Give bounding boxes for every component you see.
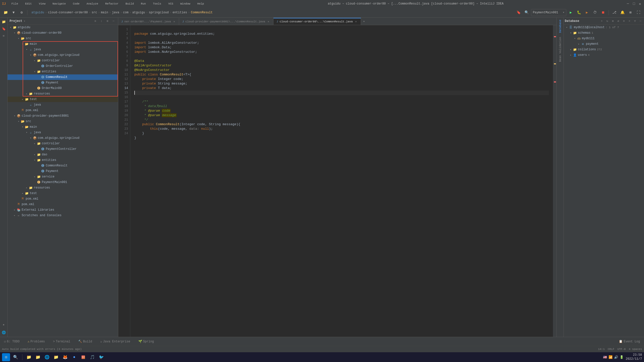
search-button[interactable]: 🔍 bbox=[523, 9, 530, 16]
close-button[interactable]: ✕ bbox=[638, 2, 642, 6]
db-terminal-button[interactable]: > bbox=[627, 19, 632, 24]
tree-item-controller-1[interactable]: ▸ 📁 controller bbox=[8, 58, 118, 63]
tree-item-java-test-1[interactable]: ▸ ☕ java bbox=[8, 102, 118, 108]
project-header-dropdown[interactable]: ▾ bbox=[24, 20, 25, 23]
tab-payment-java[interactable]: J ner-order80\...\Payment.java ✕ bbox=[118, 18, 179, 25]
stop-button[interactable]: ⏹ bbox=[599, 9, 607, 16]
taskbar-icon-2[interactable]: 📁 bbox=[34, 354, 42, 361]
breadcrumb-atguidu2[interactable]: atguigu bbox=[132, 11, 145, 14]
project-settings[interactable]: ⚙ bbox=[105, 19, 110, 24]
tab-more-button[interactable]: ▾ bbox=[361, 18, 367, 25]
tab-close-cr-consumer[interactable]: ✕ bbox=[354, 20, 358, 23]
menu-vcs[interactable]: VCS bbox=[167, 2, 175, 6]
tree-item-cloud-consumer[interactable]: ▾ 📦 cloud-consumer-order80 bbox=[8, 30, 118, 36]
taskbar-icon-5[interactable]: 🎵 bbox=[89, 354, 96, 361]
vtab-bean-validation[interactable]: Bean Validation bbox=[558, 35, 563, 64]
taskbar-time[interactable]: 23:58 2022/11/7 bbox=[626, 353, 642, 361]
tree-item-service[interactable]: ▸ 📁 service bbox=[8, 174, 118, 179]
tab-close-cr-provider[interactable]: ✕ bbox=[267, 20, 270, 23]
taskbar-icon-3[interactable]: 📁 bbox=[53, 354, 60, 361]
indent[interactable]: 4 spaces bbox=[629, 348, 642, 351]
tree-item-main-1[interactable]: ▾ 📂 main bbox=[8, 41, 118, 47]
tree-item-payment-2[interactable]: ▸ 🅒 Payment bbox=[8, 168, 118, 174]
db-properties-button[interactable]: ⚙ bbox=[610, 19, 615, 24]
tree-item-payment-1[interactable]: ▸ 🅒 Payment bbox=[8, 80, 118, 85]
tree-item-pom-1[interactable]: ▸ M pom.xml bbox=[8, 108, 118, 113]
run-config-selector[interactable]: PaymentMain001 ▾ bbox=[531, 9, 566, 16]
tree-item-entities-1[interactable]: ▾ 📁 entities bbox=[8, 69, 118, 74]
tree-item-pkg-1[interactable]: ▾ 📦 com.atguigu.springcloud bbox=[8, 52, 118, 58]
side-icon-structure[interactable]: ≡ bbox=[1, 33, 7, 39]
settings-button[interactable]: ⚙ bbox=[18, 9, 25, 16]
side-icon-web[interactable]: 🌐 bbox=[1, 329, 7, 336]
menu-run[interactable]: Run bbox=[139, 2, 147, 6]
line-ending[interactable]: CRLF bbox=[608, 348, 614, 351]
tab-close-payment[interactable]: ✕ bbox=[172, 20, 176, 23]
menu-window[interactable]: Window bbox=[179, 2, 192, 6]
menu-build[interactable]: Build bbox=[124, 2, 135, 6]
side-icon-project[interactable]: 📁 bbox=[1, 19, 7, 25]
breadcrumb-commonresult[interactable]: CommonResult bbox=[191, 11, 213, 14]
taskbar-intellij[interactable]: IJ bbox=[80, 354, 87, 361]
maximize-button[interactable]: □ bbox=[632, 2, 636, 6]
bottom-tab-event-log[interactable]: 📋 Event Log bbox=[617, 339, 642, 344]
breadcrumb-entities[interactable]: entities bbox=[173, 11, 187, 14]
tree-item-src-2[interactable]: ▾ 📂 src bbox=[8, 119, 118, 124]
bottom-tab-build[interactable]: 🔨 Build bbox=[76, 339, 94, 344]
tree-item-commonresult-2[interactable]: ▸ 🅒 CommonResult bbox=[8, 163, 118, 168]
tree-item-paymentcontroller[interactable]: ▸ 🅒 PaymentController bbox=[8, 146, 118, 152]
db-item-mydb111-schema[interactable]: ▾ 🗃 mydb111 bbox=[564, 36, 644, 41]
tree-item-payment8001[interactable]: ▾ 📦 cloud-provider-payment8001 bbox=[8, 113, 118, 119]
db-item-collations[interactable]: ▸ 📁 collations 272 bbox=[564, 47, 644, 52]
tree-item-pkg-2[interactable]: ▾ 📦 com.atguigu.springcloud bbox=[8, 135, 118, 141]
tree-item-resources-1[interactable]: ▸ 📁 resources bbox=[8, 91, 118, 97]
tree-item-scratches[interactable]: ▸ ✏ Scratches and Consoles bbox=[8, 213, 118, 218]
bookmark-button[interactable]: 🔖 bbox=[515, 9, 522, 16]
bottom-tab-terminal[interactable]: > Terminal bbox=[51, 339, 72, 344]
tree-item-ordermain80[interactable]: ▸ 🅒 OrderMain80 bbox=[8, 85, 118, 91]
tree-item-resources-2[interactable]: ▸ 📁 resources bbox=[8, 185, 118, 191]
taskbar-firefox[interactable]: 🦊 bbox=[62, 354, 69, 361]
breadcrumb-src[interactable]: src bbox=[92, 11, 97, 14]
fullscreen-button[interactable]: ⛶ bbox=[635, 9, 642, 16]
breadcrumb-module[interactable]: cloud-consumer-order80 bbox=[48, 11, 88, 14]
tree-item-test-1[interactable]: ▸ 📁 test bbox=[8, 97, 118, 102]
menu-navigate[interactable]: Navigate bbox=[51, 2, 67, 6]
db-minimize[interactable]: ─ bbox=[638, 19, 643, 24]
db-item-mydb111[interactable]: ▾ 🗄 mydb111@localhost : 1 of 7 bbox=[564, 25, 644, 30]
side-icon-favorites[interactable]: ★ bbox=[1, 321, 7, 328]
breadcrumb-springcloud[interactable]: springcloud bbox=[149, 11, 169, 14]
db-refresh-button[interactable]: ↻ bbox=[605, 19, 610, 24]
taskbar-icon-6[interactable]: 🐦 bbox=[98, 354, 105, 361]
taskbar-globe[interactable]: 🌐 bbox=[44, 354, 51, 361]
debug-button[interactable]: 🐛 bbox=[575, 9, 582, 16]
tree-item-java-2[interactable]: ▾ ☕ java bbox=[8, 130, 118, 135]
db-add-button[interactable]: + bbox=[599, 19, 604, 24]
bottom-tab-spring[interactable]: 🌱 Spring bbox=[136, 339, 156, 344]
run-button[interactable]: ▶ bbox=[567, 9, 574, 16]
cursor-position[interactable]: 14:1 bbox=[598, 348, 605, 351]
menu-tools[interactable]: Tools bbox=[151, 2, 163, 6]
tree-item-controller-2[interactable]: ▸ 📁 controller bbox=[8, 141, 118, 146]
profile-button[interactable]: ⏱ bbox=[591, 9, 598, 16]
menu-file[interactable]: File bbox=[10, 2, 20, 6]
tree-item-commonresult-1[interactable]: ▸ 🅒 CommonResult bbox=[8, 74, 118, 80]
tab-commonresult-consumer[interactable]: J cloud-consumer-order80\...\CommonResul… bbox=[273, 18, 361, 25]
db-item-schemas[interactable]: ▾ 📁 schemas 1 bbox=[564, 30, 644, 36]
taskbar-search[interactable]: 🔍 bbox=[12, 354, 19, 361]
taskbar-icon-4[interactable]: ● bbox=[71, 354, 78, 361]
breadcrumb-com[interactable]: com bbox=[123, 11, 129, 14]
tree-item-entities-2[interactable]: ▾ 📁 entities bbox=[8, 157, 118, 163]
db-item-payment-table[interactable]: ▸ ⊞ payment bbox=[564, 41, 644, 47]
menu-help[interactable]: Help bbox=[196, 2, 205, 6]
tree-item-test-2[interactable]: ▸ 📁 test bbox=[8, 191, 118, 196]
taskbar-start-button[interactable]: ⊞ bbox=[2, 353, 10, 361]
menu-view[interactable]: View bbox=[37, 2, 47, 6]
menu-refactor[interactable]: Refactor bbox=[104, 2, 120, 6]
bottom-tab-problems[interactable]: ⚠ Problems bbox=[26, 339, 47, 344]
notifications-button[interactable]: 🔔 bbox=[619, 9, 626, 16]
menu-edit[interactable]: Edit bbox=[24, 2, 33, 6]
db-filter-button[interactable]: ▽ bbox=[632, 19, 637, 24]
tree-item-dao[interactable]: ▸ 📁 dao bbox=[8, 152, 118, 157]
bottom-tab-todo[interactable]: ☑ 6: TODO bbox=[2, 339, 22, 344]
